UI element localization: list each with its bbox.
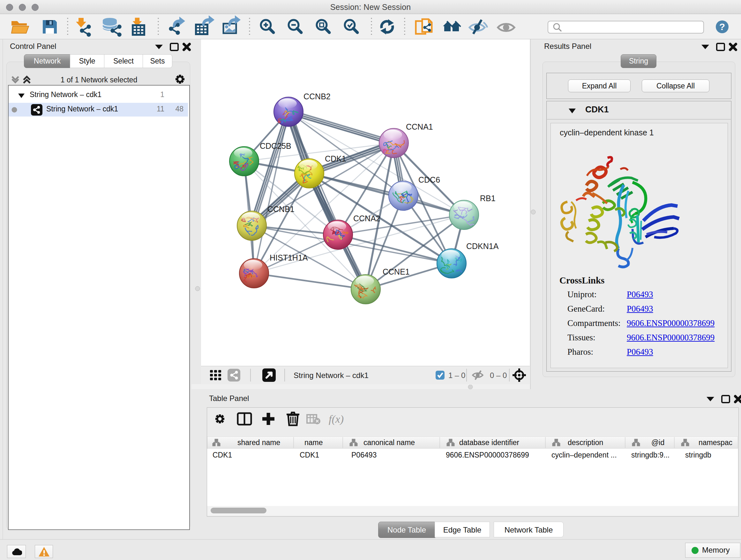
svg-text:9606.ENSP00000378699: 9606.ENSP00000378699 <box>446 451 529 459</box>
svg-text:f(x): f(x) <box>329 413 344 425</box>
svg-text:String Network – cdk1: String Network – cdk1 <box>293 371 368 380</box>
svg-text:1 – 0: 1 – 0 <box>448 371 465 380</box>
svg-text:RB1: RB1 <box>480 194 495 203</box>
svg-text:CCNA1: CCNA1 <box>406 122 433 131</box>
svg-text:CDKN1A: CDKN1A <box>466 242 499 251</box>
svg-text:CDK1: CDK1 <box>325 154 346 163</box>
svg-text:P06493: P06493 <box>351 451 377 459</box>
svg-text:CCNB2: CCNB2 <box>304 92 331 101</box>
svg-text:@id: @id <box>651 438 664 447</box>
svg-text:cyclin–dependent ...: cyclin–dependent ... <box>551 451 617 459</box>
svg-text:description: description <box>568 438 603 447</box>
svg-text:stringdb: stringdb <box>685 451 711 459</box>
svg-text:name: name <box>305 438 323 447</box>
svg-text:CCNA2: CCNA2 <box>353 214 381 223</box>
svg-text:canonical name: canonical name <box>363 438 415 447</box>
svg-text:0 – 0: 0 – 0 <box>490 371 507 380</box>
svg-text:namespac: namespac <box>698 438 732 447</box>
svg-text:CCNE1: CCNE1 <box>383 267 410 276</box>
svg-text:CCNB1: CCNB1 <box>267 205 294 213</box>
svg-text:CDC6: CDC6 <box>418 175 440 184</box>
svg-text:stringdb:9...: stringdb:9... <box>631 451 670 459</box>
svg-text:HIST1H1A: HIST1H1A <box>270 253 308 262</box>
svg-text:CDK1: CDK1 <box>212 451 232 459</box>
svg-text:CDK1: CDK1 <box>300 451 319 459</box>
svg-text:CDC25B: CDC25B <box>260 141 291 150</box>
svg-text:shared name: shared name <box>238 438 280 447</box>
svg-text:database identifier: database identifier <box>459 438 519 447</box>
svg-text:?: ? <box>719 21 725 32</box>
